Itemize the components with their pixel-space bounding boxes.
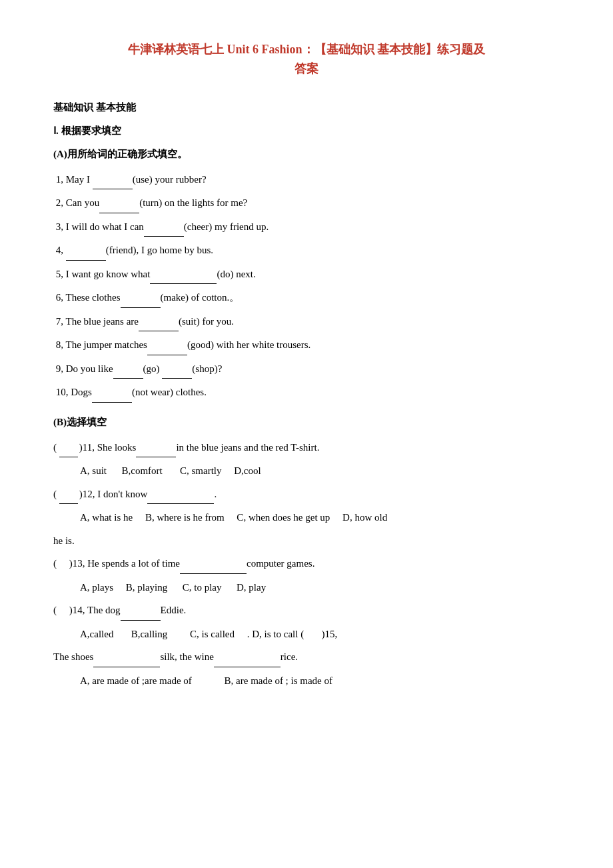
blank-9a [113, 359, 143, 379]
blank-9b [162, 359, 192, 379]
blank-2 [99, 193, 139, 213]
question-12: ( )12, I don't know . [53, 485, 560, 505]
question-6: 6, These clothes (make) of cotton.。 [53, 288, 560, 308]
blank-15b [214, 647, 281, 667]
blank-3 [144, 217, 184, 237]
question-9: 9, Do you like (go) (shop)? [53, 359, 560, 379]
options-14: A,called B,calling C, is called . D, is … [80, 625, 560, 644]
blank-5 [150, 265, 217, 285]
blank-14 [121, 601, 161, 621]
question-1: 1, May I (use) your rubber? [53, 170, 560, 190]
question-2: 2, Can you (turn) on the lights for me? [53, 193, 560, 213]
blank-1 [93, 170, 133, 190]
blank-12 [147, 485, 214, 505]
question-4: 4, (friend), I go home by bus. [53, 241, 560, 261]
question-11: ( )11, She looks in the blue jeans and t… [53, 438, 560, 458]
page-container: 牛津译林英语七上 Unit 6 Fashion：【基础知识 基本技能】练习题及 … [53, 40, 560, 690]
options-12: A, what is he B, where is he from C, whe… [80, 508, 560, 527]
question-5: 5, I want go know what (do) next. [53, 265, 560, 285]
blank-15a [93, 647, 160, 667]
choice-12 [59, 485, 78, 505]
blank-4 [66, 241, 106, 261]
blank-8 [147, 335, 187, 355]
question-8: 8, The jumper matches (good) with her wh… [53, 335, 560, 355]
question-13: ( )13, He spends a lot of time computer … [53, 554, 560, 574]
blank-7 [139, 312, 179, 332]
question-14: ( )14, The dog Eddie. [53, 601, 560, 621]
blank-6 [121, 288, 161, 308]
options-13: A, plays B, playing C, to play D, play [80, 578, 560, 597]
choice-11 [59, 438, 78, 458]
part1-label: Ⅰ. 根据要求填空 [53, 122, 560, 140]
blank-11 [136, 438, 176, 458]
section-label: 基础知识 基本技能 [53, 99, 560, 117]
blank-10 [92, 383, 132, 403]
options-12-continued: he is. [53, 531, 560, 551]
question-10: 10, Dogs (not wear) clothes. [53, 383, 560, 403]
question-15: The shoes silk, the wine rice. [53, 647, 560, 667]
blank-13 [180, 554, 247, 574]
options-15: A, are made of ;are made of B, are made … [80, 671, 560, 691]
partB-label: (B)选择填空 [53, 413, 560, 431]
partA-label: (A)用所给词的正确形式填空。 [53, 145, 560, 163]
question-3: 3, I will do what I can (cheer) my frien… [53, 217, 560, 237]
options-11: A, suit B,comfort C, smartly D,cool [80, 461, 560, 481]
question-7: 7, The blue jeans are (suit) for you. [53, 312, 560, 332]
page-title: 牛津译林英语七上 Unit 6 Fashion：【基础知识 基本技能】练习题及 … [53, 40, 560, 79]
